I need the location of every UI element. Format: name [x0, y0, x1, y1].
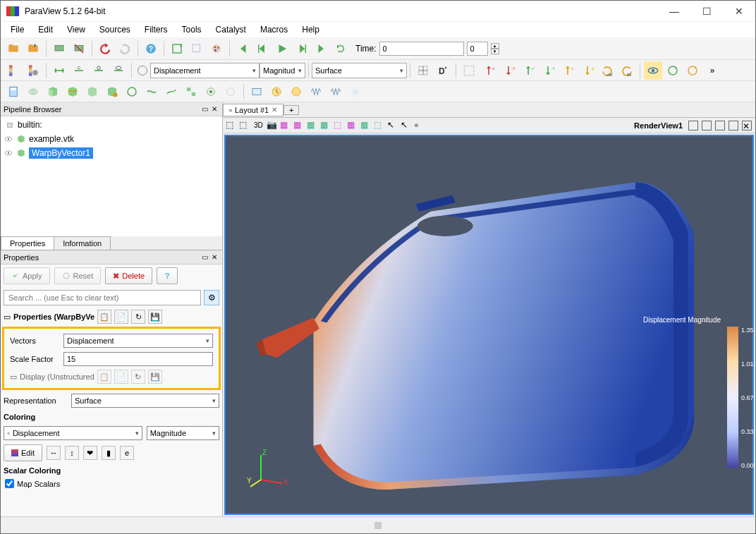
- loop-icon[interactable]: [168, 40, 186, 58]
- sel3-icon[interactable]: ▦: [307, 120, 318, 131]
- stream-icon[interactable]: [142, 83, 161, 101]
- maximize-button[interactable]: ☐: [690, 1, 723, 22]
- representation-select[interactable]: Surface: [71, 394, 219, 408]
- last-frame-icon[interactable]: [312, 40, 331, 58]
- sel9-icon[interactable]: ↖: [387, 120, 398, 131]
- add-layout-button[interactable]: +: [284, 105, 299, 115]
- resize-handle-icon[interactable]: [374, 522, 382, 529]
- rescale-visible-icon[interactable]: [109, 61, 128, 80]
- view-xneg-icon[interactable]: [460, 61, 478, 80]
- edit-legend-icon[interactable]: e: [120, 446, 134, 460]
- split-v-icon[interactable]: [702, 121, 712, 131]
- dock-icon[interactable]: ▭: [200, 104, 209, 114]
- close-panel-icon[interactable]: ✕: [209, 104, 219, 114]
- component-combo[interactable]: Magnitud: [260, 63, 305, 78]
- close-view-icon[interactable]: ✕: [742, 121, 752, 131]
- axis-zneg-icon[interactable]: -Z: [578, 61, 597, 80]
- close-tab-icon[interactable]: ✕: [272, 106, 277, 114]
- wave1-icon[interactable]: [307, 83, 325, 101]
- save-icon[interactable]: [24, 40, 42, 58]
- rescale-btn-icon[interactable]: ↔: [47, 446, 61, 460]
- sel4-icon[interactable]: ▦: [320, 120, 331, 131]
- calculator-icon[interactable]: [4, 83, 23, 101]
- warp-icon[interactable]: [162, 83, 181, 101]
- undo-icon[interactable]: [96, 40, 114, 58]
- slice-icon[interactable]: [63, 83, 82, 101]
- colormap-icon[interactable]: [4, 61, 23, 80]
- section-properties[interactable]: ▭Properties (WarpByVe 📋 📄 ↻ 💾: [1, 308, 222, 325]
- reset-button[interactable]: Reset: [54, 267, 102, 284]
- menu-edit[interactable]: Edit: [32, 23, 59, 36]
- menu-filters[interactable]: Filters: [139, 23, 173, 36]
- menu-view[interactable]: View: [61, 23, 91, 36]
- restore-view-icon[interactable]: [728, 121, 738, 131]
- axis-ypos-icon[interactable]: +Y: [519, 61, 537, 80]
- select-icon[interactable]: [188, 40, 206, 58]
- time-annotation-icon[interactable]: [267, 83, 286, 101]
- help-button[interactable]: ?: [157, 267, 178, 284]
- sel-clear-icon[interactable]: ●: [414, 120, 425, 131]
- disconnect-icon[interactable]: [70, 40, 88, 58]
- reload-icon[interactable]: ↻: [131, 310, 145, 324]
- split-h-icon[interactable]: [688, 121, 698, 131]
- menu-tools[interactable]: Tools: [176, 23, 207, 36]
- sel5-icon[interactable]: ⬚: [334, 120, 345, 131]
- pick2-icon[interactable]: ⬚: [239, 120, 250, 131]
- group-icon[interactable]: [182, 83, 200, 101]
- tree-item-warp[interactable]: WarpByVector1: [2, 146, 221, 160]
- axis-zpos-icon[interactable]: +Z: [559, 61, 577, 80]
- snowflake-icon[interactable]: [346, 83, 365, 101]
- minimize-button[interactable]: —: [658, 1, 690, 22]
- prev-frame-icon[interactable]: [253, 40, 272, 58]
- maximize-view-icon[interactable]: [715, 121, 725, 131]
- extract3-icon[interactable]: [221, 83, 240, 101]
- extract-icon[interactable]: [103, 83, 121, 101]
- layout-tab-1[interactable]: ▫ Layout #1 ✕: [223, 104, 284, 116]
- tree-root[interactable]: builtin:: [2, 118, 221, 132]
- sel7-icon[interactable]: ▦: [360, 120, 372, 131]
- sel6-icon[interactable]: ▦: [347, 120, 358, 131]
- time-index-input[interactable]: [467, 42, 488, 56]
- rescale2-btn-icon[interactable]: ↕: [65, 446, 79, 460]
- show-legend-icon[interactable]: ▮: [102, 446, 116, 460]
- 3d-label[interactable]: 3D: [254, 121, 263, 129]
- map-scalars-checkbox[interactable]: Map Scalars: [1, 478, 222, 490]
- sel2-icon[interactable]: ▦: [293, 120, 305, 131]
- overflow-icon[interactable]: »: [703, 61, 721, 80]
- play-icon[interactable]: [273, 40, 291, 58]
- color-legend[interactable]: Displacement Magnitude 1.354e+00 1.0154 …: [727, 327, 738, 468]
- scale-factor-input[interactable]: [63, 352, 213, 366]
- representation-combo[interactable]: Surface: [312, 63, 407, 78]
- annotation-icon[interactable]: [248, 83, 266, 101]
- contour-icon[interactable]: [24, 83, 42, 101]
- colormap-preset-icon[interactable]: ❤: [83, 446, 97, 460]
- menu-macros[interactable]: Macros: [255, 23, 293, 36]
- axis-xneg-icon[interactable]: -X: [499, 61, 518, 80]
- threshold-icon[interactable]: [83, 83, 102, 101]
- rescale-icon[interactable]: [50, 61, 68, 80]
- menu-file[interactable]: File: [5, 23, 30, 36]
- pipeline-tree[interactable]: builtin: example.vtk WarpByVector1: [1, 116, 222, 236]
- palette-icon[interactable]: [207, 40, 226, 58]
- vectors-combo[interactable]: Displacement: [63, 334, 213, 348]
- clip-icon[interactable]: [44, 83, 62, 101]
- first-frame-icon[interactable]: [233, 40, 252, 58]
- color-array-combo[interactable]: Displacement: [150, 63, 260, 78]
- section-display[interactable]: ▭Display (Unstructured 📋📄↻💾: [7, 368, 216, 385]
- close-panel-icon[interactable]: ✕: [209, 253, 219, 262]
- loop-play-icon[interactable]: [332, 40, 350, 58]
- render-view[interactable]: X Y Z Displacement Magnitude 1.354e+00 1…: [224, 135, 754, 515]
- redo-icon[interactable]: [116, 40, 134, 58]
- tab-properties[interactable]: Properties: [1, 236, 54, 250]
- rotate-cw-icon[interactable]: +90: [598, 61, 616, 80]
- next-frame-icon[interactable]: [293, 40, 311, 58]
- sel8-icon[interactable]: ⬚: [374, 120, 385, 131]
- time-value-input[interactable]: [379, 42, 464, 56]
- menu-sources[interactable]: Sources: [94, 23, 136, 36]
- rescale-custom-icon[interactable]: C: [70, 61, 88, 80]
- menu-catalyst[interactable]: Catalyst: [210, 23, 252, 36]
- sel10-icon[interactable]: ↖: [401, 120, 412, 131]
- camera-icon[interactable]: 📷: [267, 120, 278, 131]
- time-annotation2-icon[interactable]: [287, 83, 305, 101]
- sel1-icon[interactable]: ▦: [280, 120, 291, 131]
